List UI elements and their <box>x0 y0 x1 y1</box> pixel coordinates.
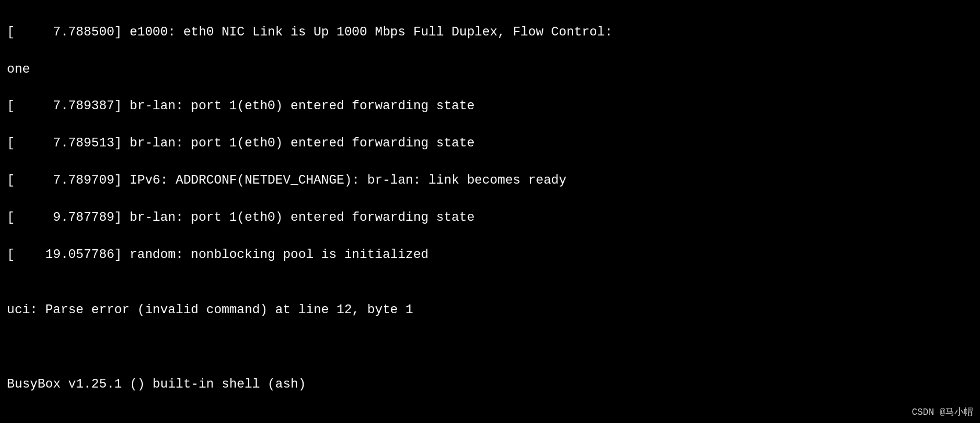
terminal-line-9: uci: Parse error (invalid command) at li… <box>7 301 973 320</box>
terminal-line-7: [ 19.057786] random: nonblocking pool is… <box>7 246 973 264</box>
terminal-line-2: one <box>7 60 973 79</box>
terminal-line-6: [ 9.787789] br-lan: port 1(eth0) entered… <box>7 209 973 227</box>
terminal-line-1: [ 7.788500] e1000: eth0 NIC Link is Up 1… <box>7 23 973 42</box>
watermark-label: CSDN @马小帽 <box>911 406 973 420</box>
terminal-line-5: [ 7.789709] IPv6: ADDRCONF(NETDEV_CHANGE… <box>7 171 973 190</box>
terminal-line-12: BusyBox v1.25.1 () built-in shell (ash) <box>7 375 973 394</box>
terminal-line-3: [ 7.789387] br-lan: port 1(eth0) entered… <box>7 97 973 116</box>
terminal-line-4: [ 7.789513] br-lan: port 1(eth0) entered… <box>7 134 973 153</box>
terminal-window[interactable]: [ 7.788500] e1000: eth0 NIC Link is Up 1… <box>0 0 980 423</box>
